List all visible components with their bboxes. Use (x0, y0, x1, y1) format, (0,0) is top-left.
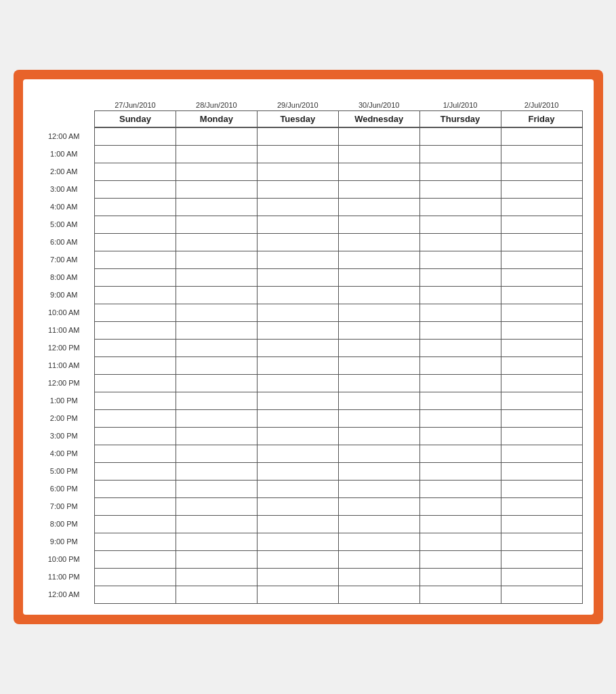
cell-19-4[interactable] (419, 462, 501, 480)
cell-8-4[interactable] (419, 268, 501, 286)
cell-12-1[interactable] (176, 339, 257, 356)
cell-18-1[interactable] (176, 445, 257, 462)
cell-7-3[interactable] (338, 251, 419, 268)
cell-4-1[interactable] (176, 198, 257, 216)
cell-24-4[interactable] (419, 550, 501, 568)
cell-2-2[interactable] (257, 163, 338, 180)
cell-13-5[interactable] (501, 356, 582, 374)
cell-10-2[interactable] (257, 304, 338, 321)
cell-0-1[interactable] (176, 127, 257, 145)
cell-12-5[interactable] (501, 339, 582, 356)
cell-21-2[interactable] (257, 497, 338, 515)
cell-5-5[interactable] (501, 216, 582, 233)
cell-14-1[interactable] (176, 374, 257, 392)
cell-2-1[interactable] (176, 163, 257, 180)
cell-11-3[interactable] (338, 321, 419, 339)
cell-5-3[interactable] (338, 216, 419, 233)
cell-22-0[interactable] (95, 515, 176, 533)
cell-20-5[interactable] (501, 480, 582, 497)
cell-20-1[interactable] (176, 480, 257, 497)
cell-18-2[interactable] (257, 445, 338, 462)
cell-5-4[interactable] (419, 216, 501, 233)
cell-15-2[interactable] (257, 392, 338, 409)
cell-4-3[interactable] (338, 198, 419, 216)
cell-26-2[interactable] (257, 586, 338, 603)
cell-21-4[interactable] (419, 497, 501, 515)
cell-21-5[interactable] (501, 497, 582, 515)
cell-0-2[interactable] (257, 127, 338, 145)
cell-22-4[interactable] (419, 515, 501, 533)
cell-0-4[interactable] (419, 127, 501, 145)
cell-16-5[interactable] (501, 409, 582, 427)
cell-22-1[interactable] (176, 515, 257, 533)
cell-15-0[interactable] (95, 392, 176, 409)
cell-20-3[interactable] (338, 480, 419, 497)
cell-17-2[interactable] (257, 427, 338, 445)
cell-9-2[interactable] (257, 286, 338, 304)
cell-16-4[interactable] (419, 409, 501, 427)
cell-1-5[interactable] (501, 145, 582, 163)
cell-24-3[interactable] (338, 550, 419, 568)
cell-6-3[interactable] (338, 233, 419, 251)
cell-19-3[interactable] (338, 462, 419, 480)
cell-23-5[interactable] (501, 533, 582, 550)
cell-15-3[interactable] (338, 392, 419, 409)
cell-3-0[interactable] (95, 180, 176, 198)
cell-9-1[interactable] (176, 286, 257, 304)
cell-12-0[interactable] (95, 339, 176, 356)
cell-7-1[interactable] (176, 251, 257, 268)
cell-9-4[interactable] (419, 286, 501, 304)
cell-8-2[interactable] (257, 268, 338, 286)
cell-24-0[interactable] (95, 550, 176, 568)
cell-13-1[interactable] (176, 356, 257, 374)
cell-13-0[interactable] (95, 356, 176, 374)
cell-16-0[interactable] (95, 409, 176, 427)
cell-5-1[interactable] (176, 216, 257, 233)
cell-17-5[interactable] (501, 427, 582, 445)
cell-14-0[interactable] (95, 374, 176, 392)
cell-13-2[interactable] (257, 356, 338, 374)
cell-16-3[interactable] (338, 409, 419, 427)
cell-1-4[interactable] (419, 145, 501, 163)
cell-10-3[interactable] (338, 304, 419, 321)
cell-15-4[interactable] (419, 392, 501, 409)
cell-18-0[interactable] (95, 445, 176, 462)
cell-4-4[interactable] (419, 198, 501, 216)
cell-6-4[interactable] (419, 233, 501, 251)
cell-8-5[interactable] (501, 268, 582, 286)
cell-3-1[interactable] (176, 180, 257, 198)
cell-18-4[interactable] (419, 445, 501, 462)
cell-10-0[interactable] (95, 304, 176, 321)
cell-25-2[interactable] (257, 568, 338, 586)
cell-12-2[interactable] (257, 339, 338, 356)
cell-21-0[interactable] (95, 497, 176, 515)
cell-1-0[interactable] (95, 145, 176, 163)
cell-10-1[interactable] (176, 304, 257, 321)
cell-0-3[interactable] (338, 127, 419, 145)
cell-20-0[interactable] (95, 480, 176, 497)
cell-23-0[interactable] (95, 533, 176, 550)
cell-2-0[interactable] (95, 163, 176, 180)
cell-1-1[interactable] (176, 145, 257, 163)
cell-24-1[interactable] (176, 550, 257, 568)
cell-6-5[interactable] (501, 233, 582, 251)
cell-6-2[interactable] (257, 233, 338, 251)
cell-22-3[interactable] (338, 515, 419, 533)
cell-8-1[interactable] (176, 268, 257, 286)
cell-0-5[interactable] (501, 127, 582, 145)
cell-9-5[interactable] (501, 286, 582, 304)
cell-4-0[interactable] (95, 198, 176, 216)
cell-0-0[interactable] (95, 127, 176, 145)
cell-12-3[interactable] (338, 339, 419, 356)
cell-26-4[interactable] (419, 586, 501, 603)
cell-2-3[interactable] (338, 163, 419, 180)
cell-14-4[interactable] (419, 374, 501, 392)
cell-20-2[interactable] (257, 480, 338, 497)
cell-7-4[interactable] (419, 251, 501, 268)
cell-21-3[interactable] (338, 497, 419, 515)
cell-25-0[interactable] (95, 568, 176, 586)
cell-3-4[interactable] (419, 180, 501, 198)
cell-3-3[interactable] (338, 180, 419, 198)
cell-10-5[interactable] (501, 304, 582, 321)
cell-22-2[interactable] (257, 515, 338, 533)
